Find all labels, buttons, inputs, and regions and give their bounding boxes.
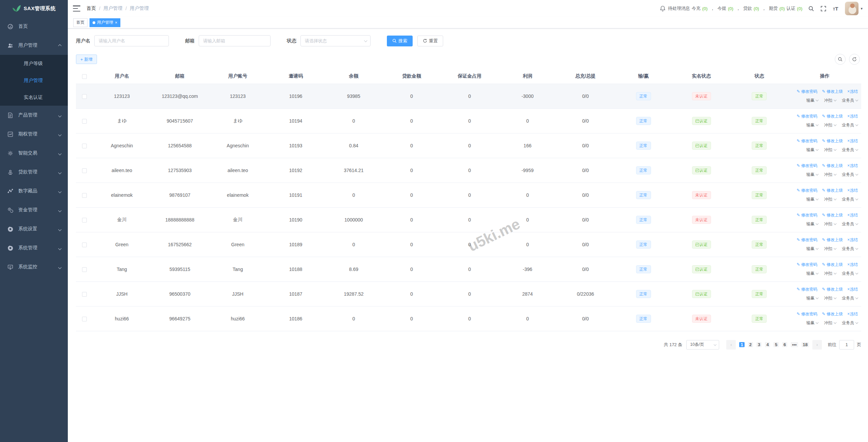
select-all-checkbox[interactable] (82, 74, 87, 79)
edit-password-link[interactable]: ✎ 修改密码 (796, 139, 817, 143)
salesman-dropdown[interactable]: 业务员 (842, 172, 858, 177)
tab-user-management[interactable]: 用户管理 × (90, 18, 120, 27)
pager-ellipsis[interactable]: ••• (791, 342, 798, 347)
search-button[interactable]: 搜索 (387, 36, 413, 46)
row-checkbox[interactable] (82, 168, 87, 173)
row-checkbox[interactable] (82, 193, 87, 198)
salesman-dropdown[interactable]: 业务员 (842, 296, 858, 300)
freeze-link[interactable]: ×冻结 (847, 188, 858, 193)
sidebar-item-options[interactable]: 期权管理 (0, 125, 68, 144)
goto-page-input[interactable] (839, 340, 854, 350)
page-button-6[interactable]: 6 (782, 342, 787, 347)
sidebar-item-products[interactable]: 产品管理 (0, 106, 68, 125)
edit-superior-link[interactable]: ✎ 修改上级 (822, 237, 843, 242)
sidebar-item-system[interactable]: 系统管理 (0, 238, 68, 257)
sidebar-item-user-management[interactable]: 用户管理 (0, 36, 68, 55)
win-lose-dropdown[interactable]: 输赢 (806, 172, 818, 177)
sidebar-item-smart-trade[interactable]: 智能交易 (0, 144, 68, 163)
row-checkbox[interactable] (82, 267, 87, 272)
table-refresh-button[interactable] (849, 54, 860, 65)
win-lose-dropdown[interactable]: 输赢 (806, 320, 818, 325)
deduction-dropdown[interactable]: 冲扣 (824, 320, 836, 325)
notice-auth[interactable]: 认证 (787, 5, 795, 12)
edit-superior-link[interactable]: ✎ 修改上级 (822, 213, 843, 217)
freeze-link[interactable]: ×冻结 (847, 163, 858, 168)
edit-password-link[interactable]: ✎ 修改密码 (796, 163, 817, 168)
freeze-link[interactable]: ×冻结 (847, 312, 858, 316)
win-lose-dropdown[interactable]: 输赢 (806, 123, 818, 127)
edit-superior-link[interactable]: ✎ 修改上级 (822, 188, 843, 193)
add-user-button[interactable]: + 新增 (76, 55, 97, 64)
sidebar-item-home[interactable]: 首页 (0, 17, 68, 36)
avatar[interactable] (845, 2, 859, 15)
salesman-dropdown[interactable]: 业务员 (842, 320, 858, 325)
notice-futures[interactable]: 期货 (769, 5, 778, 12)
edit-superior-link[interactable]: ✎ 修改上级 (822, 312, 843, 316)
win-lose-dropdown[interactable]: 输赢 (806, 98, 818, 103)
row-checkbox[interactable] (82, 94, 87, 99)
deduction-dropdown[interactable]: 冲扣 (824, 197, 836, 202)
edit-password-link[interactable]: ✎ 修改密码 (796, 312, 817, 316)
notice-today-withdraw[interactable]: 今提 (717, 5, 726, 12)
edit-password-link[interactable]: ✎ 修改密码 (796, 114, 817, 119)
freeze-link[interactable]: ×冻结 (847, 262, 858, 267)
sidebar-item-funds[interactable]: 资金管理 (0, 201, 68, 219)
page-button-18[interactable]: 18 (802, 342, 809, 347)
tab-home[interactable]: 首页 (73, 18, 87, 27)
page-button-3[interactable]: 3 (756, 342, 762, 347)
deduction-dropdown[interactable]: 冲扣 (824, 246, 836, 251)
sidebar-item-collections[interactable]: 数字藏品 (0, 182, 68, 201)
page-size-select[interactable]: 10条/页 (686, 340, 719, 350)
salesman-dropdown[interactable]: 业务员 (842, 222, 858, 226)
status-filter-select[interactable]: 请选择状态 (300, 35, 371, 46)
sidebar-item-user-level[interactable]: 用户等级 (0, 55, 68, 72)
edit-password-link[interactable]: ✎ 修改密码 (796, 237, 817, 242)
row-checkbox[interactable] (82, 218, 87, 223)
sidebar-item-realname-auth[interactable]: 实名认证 (0, 89, 68, 106)
edit-superior-link[interactable]: ✎ 修改上级 (822, 287, 843, 292)
notice-today-deposit[interactable]: 今充 (692, 5, 701, 12)
search-icon[interactable] (808, 5, 814, 12)
win-lose-dropdown[interactable]: 输赢 (806, 197, 818, 202)
breadcrumb-home[interactable]: 首页 (86, 5, 96, 12)
salesman-dropdown[interactable]: 业务员 (842, 197, 858, 202)
sidebar-item-user-management-active[interactable]: 用户管理 (0, 72, 68, 89)
win-lose-dropdown[interactable]: 输赢 (806, 246, 818, 251)
edit-superior-link[interactable]: ✎ 修改上级 (822, 114, 843, 119)
row-checkbox[interactable] (82, 243, 87, 247)
reset-button[interactable]: 重置 (417, 36, 443, 46)
email-filter-input[interactable] (199, 35, 271, 46)
salesman-dropdown[interactable]: 业务员 (842, 246, 858, 251)
edit-superior-link[interactable]: ✎ 修改上级 (822, 89, 843, 94)
deduction-dropdown[interactable]: 冲扣 (824, 172, 836, 177)
username-filter-input[interactable] (94, 35, 169, 46)
bell-icon[interactable] (659, 5, 666, 12)
deduction-dropdown[interactable]: 冲扣 (824, 123, 836, 127)
edit-password-link[interactable]: ✎ 修改密码 (796, 213, 817, 217)
deduction-dropdown[interactable]: 冲扣 (824, 98, 836, 103)
freeze-link[interactable]: ×冻结 (847, 114, 858, 119)
notice-loan[interactable]: 贷款 (743, 5, 752, 12)
row-checkbox[interactable] (82, 119, 87, 124)
freeze-link[interactable]: ×冻结 (847, 213, 858, 217)
page-button-2[interactable]: 2 (748, 342, 753, 347)
salesman-dropdown[interactable]: 业务员 (842, 123, 858, 127)
font-size-icon[interactable]: TT (832, 5, 839, 12)
sidebar-item-loans[interactable]: 贷款管理 (0, 163, 68, 182)
table-search-toggle-button[interactable] (835, 54, 846, 65)
tab-close-icon[interactable]: × (115, 21, 117, 25)
caret-down-icon[interactable]: ▾ (861, 6, 863, 11)
breadcrumb-user-management[interactable]: 用户管理 (103, 5, 122, 12)
sidebar-item-monitor[interactable]: 系统监控 (0, 257, 68, 276)
fullscreen-icon[interactable] (820, 5, 827, 12)
row-checkbox[interactable] (82, 292, 87, 297)
hamburger-icon[interactable] (73, 5, 80, 12)
win-lose-dropdown[interactable]: 输赢 (806, 296, 818, 300)
edit-password-link[interactable]: ✎ 修改密码 (796, 262, 817, 267)
page-button-1[interactable]: 1 (739, 342, 744, 347)
deduction-dropdown[interactable]: 冲扣 (824, 147, 836, 152)
row-checkbox[interactable] (82, 144, 87, 148)
edit-password-link[interactable]: ✎ 修改密码 (796, 287, 817, 292)
prev-page-button[interactable]: ‹ (726, 340, 736, 350)
edit-superior-link[interactable]: ✎ 修改上级 (822, 262, 843, 267)
